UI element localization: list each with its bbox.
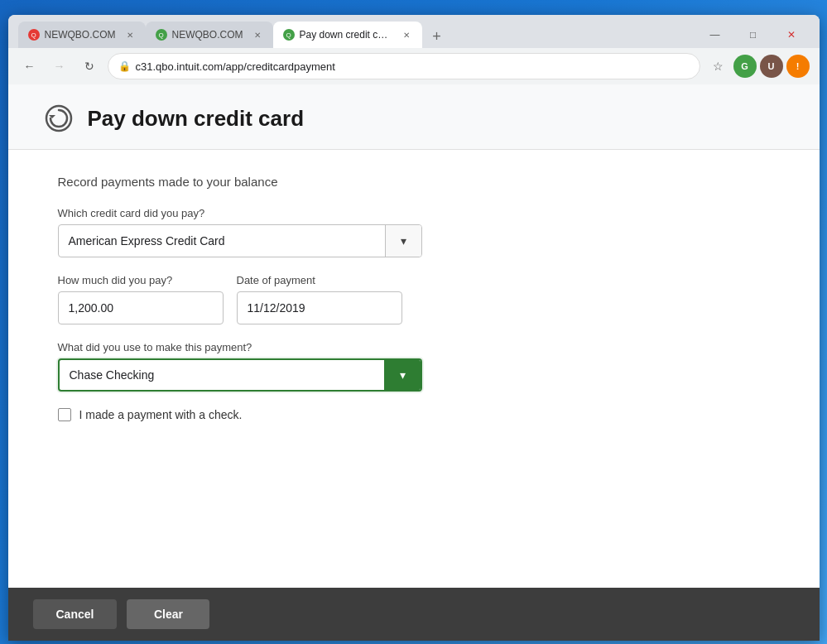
check-payment-label: I made a payment with a check. [79, 408, 243, 421]
address-bar[interactable]: 🔒 c31.qbo.intuit.com/app/creditcardpayme… [108, 53, 700, 79]
forward-button[interactable]: → [48, 55, 71, 78]
page-header-icon [41, 101, 76, 136]
payment-method-value: Chase Checking [60, 368, 384, 382]
credit-card-label: Which credit card did you pay? [58, 207, 770, 219]
tabs-bar: Q NEWQBO.COM ✕ Q NEWQBO.COM ✕ Q Pay down… [18, 22, 697, 48]
profile-avatar-brown[interactable]: U [760, 55, 783, 78]
bookmark-button[interactable]: ☆ [707, 55, 730, 78]
tab-3[interactable]: Q Pay down credit card ✕ [273, 22, 422, 48]
form-subtitle: Record payments made to your balance [58, 175, 770, 189]
payment-method-dropdown[interactable]: Chase Checking ▾ [58, 358, 422, 392]
profile-avatar-orange[interactable]: ! [786, 55, 810, 78]
maximize-button[interactable]: □ [735, 23, 772, 46]
form-area: Record payments made to your balance Whi… [8, 150, 820, 588]
refresh-button[interactable]: ↻ [78, 55, 101, 78]
tab-1[interactable]: Q NEWQBO.COM ✕ [18, 22, 146, 48]
title-bar: Q NEWQBO.COM ✕ Q NEWQBO.COM ✕ Q Pay down… [8, 15, 820, 48]
page-content: Pay down credit card Record payments mad… [8, 84, 820, 588]
payment-amount-input[interactable] [58, 291, 224, 324]
payment-date-input[interactable] [237, 291, 402, 324]
address-text: c31.qbo.intuit.com/app/creditcardpayment [136, 60, 690, 73]
payment-method-chevron-icon[interactable]: ▾ [384, 358, 421, 392]
page-title: Pay down credit card [88, 106, 305, 132]
payment-date-label: Date of payment [237, 274, 402, 286]
window-controls: — □ ✕ [697, 23, 810, 46]
tab2-close-icon[interactable]: ✕ [252, 29, 263, 41]
tab-2[interactable]: Q NEWQBO.COM ✕ [146, 22, 273, 48]
payment-date-group: Date of payment [237, 274, 402, 324]
tab2-favicon: Q [156, 29, 167, 41]
minimize-button[interactable]: — [697, 23, 733, 46]
payment-amount-label: How much did you pay? [58, 274, 224, 286]
tab3-close-icon[interactable]: ✕ [401, 29, 412, 41]
tab1-favicon: Q [28, 29, 40, 41]
tab3-label: Pay down credit card [300, 29, 392, 41]
tab1-label: NEWQBO.COM [45, 29, 116, 41]
address-right-buttons: ☆ G U ! [707, 55, 810, 78]
address-bar-row: ← → ↻ 🔒 c31.qbo.intuit.com/app/creditcar… [8, 48, 820, 84]
profile-avatar-green[interactable]: G [733, 55, 757, 78]
page-header: Pay down credit card [8, 84, 820, 150]
new-tab-button[interactable]: + [426, 25, 449, 48]
back-button[interactable]: ← [18, 55, 41, 78]
cancel-button[interactable]: Cancel [33, 599, 118, 629]
check-payment-checkbox[interactable] [58, 408, 71, 421]
browser-window: Q NEWQBO.COM ✕ Q NEWQBO.COM ✕ Q Pay down… [8, 15, 820, 641]
lock-icon: 🔒 [118, 60, 131, 72]
payment-method-label: What did you use to make this payment? [58, 341, 770, 353]
tab2-label: NEWQBO.COM [172, 29, 243, 41]
inline-fields-row: How much did you pay? Date of payment [58, 274, 770, 324]
credit-card-value: American Express Credit Card [59, 234, 385, 248]
check-payment-row: I made a payment with a check. [58, 408, 770, 421]
close-button[interactable]: ✕ [773, 23, 810, 46]
credit-card-chevron-icon[interactable]: ▾ [385, 224, 421, 257]
page-footer: Cancel Clear [8, 588, 820, 641]
tab1-close-icon[interactable]: ✕ [124, 29, 136, 41]
credit-card-dropdown[interactable]: American Express Credit Card ▾ [58, 224, 422, 257]
clear-button[interactable]: Clear [127, 599, 209, 629]
tab3-favicon: Q [283, 29, 295, 41]
credit-card-group: Which credit card did you pay? American … [58, 207, 770, 257]
payment-method-group: What did you use to make this payment? C… [58, 341, 770, 392]
payment-amount-group: How much did you pay? [58, 274, 224, 324]
